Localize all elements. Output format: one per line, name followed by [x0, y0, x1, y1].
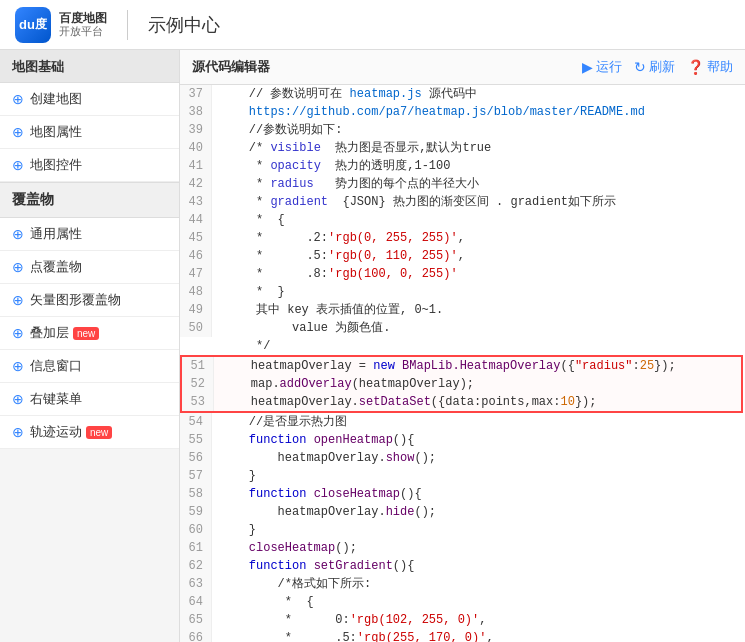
plus-icon: ⊕ [12, 157, 24, 173]
sidebar-item-label: 右键菜单 [30, 390, 82, 408]
code-line: 59 heatmapOverlay.hide(); [180, 503, 745, 521]
code-line: 55 function openHeatmap(){ [180, 431, 745, 449]
line-content: //是否显示热力图 [212, 413, 745, 431]
code-line: 37 // 参数说明可在 heatmap.js 源代码中 [180, 85, 745, 103]
help-label: 帮助 [707, 58, 733, 76]
help-icon: ❓ [687, 59, 704, 75]
line-number: 60 [180, 521, 212, 539]
logo-text: 百度地图 开放平台 [59, 11, 107, 39]
line-content: // 参数说明可在 heatmap.js 源代码中 [212, 85, 745, 103]
sidebar-item-create-map[interactable]: ⊕ 创建地图 [0, 83, 179, 116]
line-content: */ [212, 337, 745, 355]
line-content: heatmapOverlay.setDataSet({data:points,m… [214, 393, 741, 411]
code-line: 38 https://github.com/pa7/heatmap.js/blo… [180, 103, 745, 121]
section-title-overlay: 覆盖物 [0, 182, 179, 218]
code-line: 47 * .8:'rgb(100, 0, 255)' [180, 265, 745, 283]
line-content: * gradient {JSON} 热力图的渐变区间 . gradient如下所… [212, 193, 745, 211]
line-content: * opacity 热力的透明度,1-100 [212, 157, 745, 175]
sidebar-item-label: 矢量图形覆盖物 [30, 291, 121, 309]
sidebar-item-track[interactable]: ⊕ 轨迹运动 new [0, 416, 179, 449]
code-line: 58 function closeHeatmap(){ [180, 485, 745, 503]
line-number: 49 [180, 301, 212, 319]
header: du 百度地图 开放平台 示例中心 [0, 0, 745, 50]
line-content: //参数说明如下: [212, 121, 745, 139]
code-line: 44 * { [180, 211, 745, 229]
logo-top-text: 百度地图 [59, 11, 107, 25]
code-line-52: 52 map.addOverlay(heatmapOverlay); [182, 375, 741, 393]
sidebar-item-label: 地图属性 [30, 123, 82, 141]
refresh-button[interactable]: ↻ 刷新 [634, 58, 675, 76]
line-number: 62 [180, 557, 212, 575]
code-line-53: 53 heatmapOverlay.setDataSet({data:point… [182, 393, 741, 411]
code-line-51: 51 heatmapOverlay = new BMapLib.HeatmapO… [182, 357, 741, 375]
sidebar-item-label: 信息窗口 [30, 357, 82, 375]
editor-title: 源代码编辑器 [192, 58, 270, 76]
content-area: 源代码编辑器 ▶ 运行 ↻ 刷新 ❓ 帮助 37 // [180, 50, 745, 642]
code-editor[interactable]: 37 // 参数说明可在 heatmap.js 源代码中 38 https://… [180, 85, 745, 642]
line-number: 58 [180, 485, 212, 503]
logo-icon: du [15, 7, 51, 43]
line-number: 50 [180, 319, 212, 337]
plus-icon: ⊕ [12, 292, 24, 308]
line-number: 65 [180, 611, 212, 629]
code-line: 45 * .2:'rgb(0, 255, 255)', [180, 229, 745, 247]
sidebar-item-vector-overlay[interactable]: ⊕ 矢量图形覆盖物 [0, 284, 179, 317]
line-number: 51 [182, 357, 214, 375]
plus-icon: ⊕ [12, 259, 24, 275]
line-content: function closeHeatmap(){ [212, 485, 745, 503]
sidebar-item-common-props[interactable]: ⊕ 通用属性 [0, 218, 179, 251]
code-line: 39 //参数说明如下: [180, 121, 745, 139]
sidebar-item-point-overlay[interactable]: ⊕ 点覆盖物 [0, 251, 179, 284]
sidebar-item-map-controls[interactable]: ⊕ 地图控件 [0, 149, 179, 182]
plus-icon: ⊕ [12, 358, 24, 374]
line-number: 48 [180, 283, 212, 301]
sidebar-item-context-menu[interactable]: ⊕ 右键菜单 [0, 383, 179, 416]
line-number: 41 [180, 157, 212, 175]
code-line: 54 //是否显示热力图 [180, 413, 745, 431]
plus-icon: ⊕ [12, 124, 24, 140]
code-line: 50 value 为颜色值. [180, 319, 745, 337]
line-content: * .5:'rgb(255, 170, 0)', [212, 629, 745, 642]
sidebar-item-label: 创建地图 [30, 90, 82, 108]
line-content: * } [212, 283, 745, 301]
sidebar-item-map-props[interactable]: ⊕ 地图属性 [0, 116, 179, 149]
run-button[interactable]: ▶ 运行 [582, 58, 622, 76]
section-title-maps: 地图基础 [0, 50, 179, 83]
line-number: 38 [180, 103, 212, 121]
main-container: 地图基础 ⊕ 创建地图 ⊕ 地图属性 ⊕ 地图控件 覆盖物 ⊕ 通用属性 ⊕ 点… [0, 50, 745, 642]
line-number: 56 [180, 449, 212, 467]
highlight-block: 51 heatmapOverlay = new BMapLib.HeatmapO… [180, 355, 743, 413]
logo-bottom-text: 开放平台 [59, 25, 107, 38]
help-button[interactable]: ❓ 帮助 [687, 58, 733, 76]
sidebar: 地图基础 ⊕ 创建地图 ⊕ 地图属性 ⊕ 地图控件 覆盖物 ⊕ 通用属性 ⊕ 点… [0, 50, 180, 642]
line-number: 53 [182, 393, 214, 411]
header-title: 示例中心 [148, 13, 220, 37]
editor-header: 源代码编辑器 ▶ 运行 ↻ 刷新 ❓ 帮助 [180, 50, 745, 85]
line-content: * { [212, 211, 745, 229]
code-line: 64 * { [180, 593, 745, 611]
plus-icon: ⊕ [12, 424, 24, 440]
new-badge: new [73, 327, 99, 340]
sidebar-item-label: 叠加层 [30, 324, 69, 342]
line-number: 57 [180, 467, 212, 485]
line-content: heatmapOverlay = new BMapLib.HeatmapOver… [214, 357, 741, 375]
plus-icon: ⊕ [12, 226, 24, 242]
sidebar-item-label: 地图控件 [30, 156, 82, 174]
line-content: closeHeatmap(); [212, 539, 745, 557]
header-divider [127, 10, 128, 40]
line-number: 46 [180, 247, 212, 265]
sidebar-item-layer[interactable]: ⊕ 叠加层 new [0, 317, 179, 350]
sidebar-item-label: 点覆盖物 [30, 258, 82, 276]
line-number: 66 [180, 629, 212, 642]
code-line: 65 * 0:'rgb(102, 255, 0)', [180, 611, 745, 629]
line-content: * { [212, 593, 745, 611]
line-content: https://github.com/pa7/heatmap.js/blob/m… [212, 103, 745, 121]
code-line: 66 * .5:'rgb(255, 170, 0)', [180, 629, 745, 642]
code-line: 43 * gradient {JSON} 热力图的渐变区间 . gradient… [180, 193, 745, 211]
code-line: 48 * } [180, 283, 745, 301]
sidebar-item-info-window[interactable]: ⊕ 信息窗口 [0, 350, 179, 383]
code-line: 57 } [180, 467, 745, 485]
line-number: 43 [180, 193, 212, 211]
line-number: 54 [180, 413, 212, 431]
sidebar-item-label: 轨迹运动 [30, 423, 82, 441]
